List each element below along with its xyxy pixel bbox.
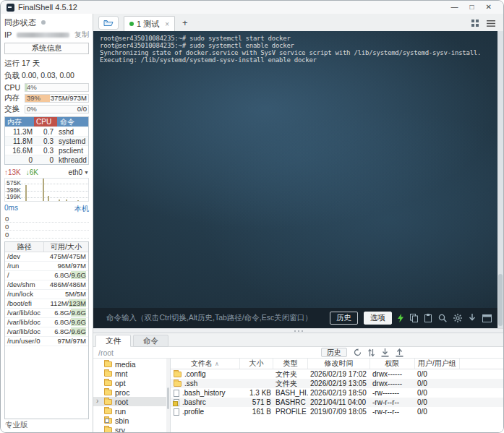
disk-size: 97M/97M	[40, 337, 88, 346]
file-path-bar: /root 历史	[93, 347, 503, 359]
disk-size: 486M/486M	[40, 280, 88, 289]
scroll-down-icon[interactable]	[469, 314, 476, 322]
download-icon[interactable]	[381, 348, 389, 357]
transfer-icon[interactable]	[368, 348, 375, 357]
header-filename[interactable]: 文件名 ∧	[171, 359, 240, 369]
session-tab[interactable]: 1 测试 ×	[124, 16, 175, 31]
network-bar	[66, 200, 67, 201]
header-filler	[460, 359, 503, 369]
header-owner[interactable]: 用户/用户组	[415, 359, 460, 369]
file-mtime-cell: 2021/04/11 04:00	[308, 398, 370, 406]
maximize-button[interactable]: □	[470, 4, 474, 11]
file-history-button[interactable]: 历史	[321, 348, 347, 357]
refresh-icon[interactable]	[354, 348, 362, 356]
ping-history-row: 0	[4, 231, 89, 239]
file-mtime-cell: 2019/07/09 18:05	[308, 408, 370, 416]
horizontal-splitter[interactable]	[93, 328, 503, 333]
upload-icon[interactable]	[396, 348, 403, 357]
process-header-memory[interactable]: 内存	[5, 117, 34, 127]
disk-path: /dev	[5, 252, 40, 261]
connection-manager-button[interactable]	[98, 16, 119, 30]
process-memory: 0	[5, 155, 34, 164]
tree-item[interactable]: media	[93, 359, 170, 369]
header-permissions[interactable]: 权限	[370, 359, 415, 369]
tree-item[interactable]: mnt	[93, 369, 170, 378]
minimize-button[interactable]: —	[451, 4, 458, 11]
file-row[interactable]: .bashrc 571 B BASHRC ... 2021/04/11 04:0…	[171, 398, 503, 407]
load-average-label: 负载 0.00, 0.03, 0.00	[4, 71, 89, 81]
terminal-history-button[interactable]: 历史	[330, 312, 358, 325]
swap-meter-label: 交换	[4, 104, 25, 114]
folder-icon	[104, 427, 112, 433]
process-header-cpu[interactable]: CPU	[34, 117, 57, 127]
host-label: 本机	[74, 204, 89, 214]
window-mode-icon[interactable]	[482, 314, 492, 322]
process-row: 0 0 kthreadd	[5, 155, 88, 164]
disk-path: /run/user/0	[5, 337, 40, 346]
cpu-meter-label: CPU	[4, 83, 25, 92]
header-mtime[interactable]: 修改时间	[308, 359, 370, 369]
terminal-line: root@ser435010084235:~# sudo systemctl s…	[100, 35, 497, 42]
tree-item[interactable]: proc	[93, 387, 170, 397]
file-mtime-cell: 2026/02/19 17:02	[308, 370, 370, 378]
copy-ip-button[interactable]: 复制	[74, 30, 89, 40]
tree-item-label: root	[115, 398, 128, 406]
file-row[interactable]: .bash_history 1.3 KB BASH_HI... 2026/02/…	[171, 388, 503, 398]
tree-item[interactable]: root	[93, 397, 170, 406]
tree-item[interactable]: opt	[93, 378, 170, 387]
terminal-scrollbar-thumb[interactable]	[498, 274, 503, 326]
disk-row: /boot/efi 112M/123M	[5, 299, 88, 309]
terminal-options-button[interactable]: 选项	[364, 312, 392, 325]
tree-scrollbar-thumb[interactable]	[167, 387, 169, 409]
layout-grid-icon[interactable]	[471, 20, 479, 27]
tab-files[interactable]: 文件	[95, 335, 131, 347]
header-type[interactable]: 类型	[273, 359, 308, 369]
file-row[interactable]: .ssh 文件夹 2026/02/19 13:05 drwx------ 0/0	[171, 379, 503, 388]
disk-row: /run 96M/97M	[5, 262, 88, 271]
upload-rate: ↑13K	[4, 168, 21, 176]
system-info-button[interactable]: 系统信息	[4, 43, 89, 54]
tree-item-label: run	[115, 407, 126, 416]
sync-status-label: 同步状态	[4, 17, 36, 28]
menu-icon[interactable]	[487, 20, 495, 27]
terminal-output[interactable]: root@ser435010084235:~# sudo systemctl s…	[93, 31, 503, 308]
disk-path: /run	[5, 262, 40, 270]
file-row[interactable]: .profile 161 B PROFILE ... 2019/07/09 18…	[171, 407, 503, 416]
command-input-hint[interactable]: 命令输入（双击Ctrl切换,Alt历史,Tab路径/命令,Esc关闭窗口）	[106, 313, 312, 323]
tree-item[interactable]: run	[93, 406, 170, 416]
sort-asc-icon: ∧	[215, 361, 219, 367]
file-row[interactable]: .config 文件夹 2026/02/19 17:02 drwx------ …	[171, 369, 503, 379]
disk-header-size[interactable]: 可用/大小	[43, 242, 88, 252]
header-size[interactable]: 大小	[240, 359, 273, 369]
tree-scrollbar[interactable]	[166, 359, 170, 432]
disk-path: /var/lib/docker/r...	[5, 318, 40, 327]
tab-commands[interactable]: 命令	[133, 335, 168, 347]
tab-close-icon[interactable]: ×	[165, 20, 169, 28]
process-cpu: 0	[34, 155, 57, 164]
file-panel: 文件 命令 /root 历史	[93, 333, 503, 432]
new-tab-button[interactable]: +	[182, 19, 188, 27]
tree-item[interactable]: sbin	[93, 416, 170, 425]
gear-icon[interactable]	[453, 314, 462, 322]
interface-selector[interactable]: eth0▼	[69, 168, 89, 176]
disk-path: /boot/efi	[5, 299, 40, 308]
paste-icon[interactable]	[424, 314, 432, 322]
tree-item[interactable]: srv	[93, 425, 170, 432]
disk-size: 5M/5M	[40, 290, 88, 299]
process-header-command[interactable]: 命令	[57, 117, 88, 127]
disk-path: /dev/shm	[5, 280, 40, 289]
file-perm-cell: -rw-r--r--	[370, 398, 415, 406]
terminal-scrollbar[interactable]	[497, 31, 503, 328]
search-icon[interactable]	[438, 314, 447, 322]
copy-icon[interactable]	[410, 314, 418, 322]
file-type-icon	[174, 408, 179, 416]
file-panel-tabs: 文件 命令	[93, 333, 503, 347]
disk-header-path[interactable]: 路径	[5, 242, 43, 252]
memory-percent: 39%	[27, 95, 40, 103]
file-type-cell: PROFILE ...	[273, 408, 308, 416]
path-input[interactable]: /root	[98, 348, 321, 357]
close-button[interactable]: ✕	[486, 4, 492, 11]
lightning-icon[interactable]	[398, 314, 403, 322]
disk-table: 路径 可用/大小 /dev 475M/475M /run 96M/97M / 6…	[4, 241, 89, 419]
tree-item-label: proc	[115, 388, 129, 397]
